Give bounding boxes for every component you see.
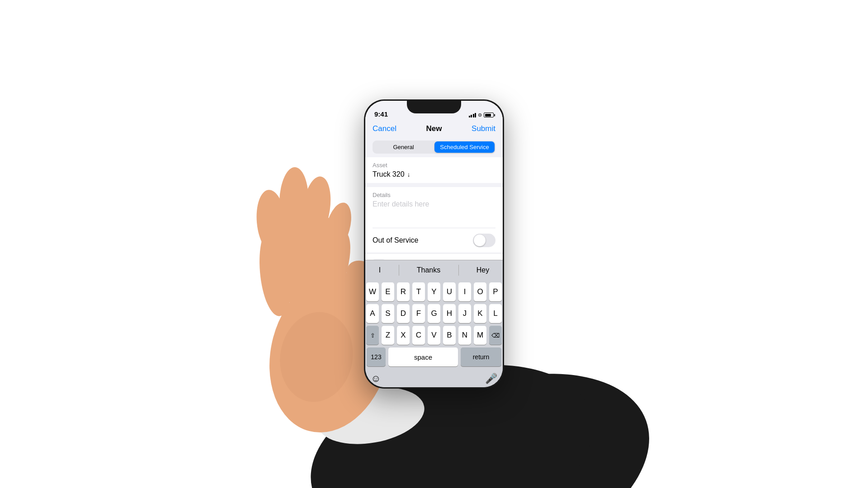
nav-title: New bbox=[426, 124, 442, 133]
nav-bar: Cancel New Submit bbox=[365, 121, 503, 138]
key-i[interactable]: I bbox=[458, 282, 471, 301]
key-t[interactable]: T bbox=[412, 282, 425, 301]
out-of-service-label: Out of Service bbox=[373, 236, 418, 244]
return-key[interactable]: return bbox=[461, 347, 501, 366]
key-z[interactable]: Z bbox=[382, 326, 394, 345]
shift-key[interactable]: ⇧ bbox=[366, 326, 379, 345]
details-field[interactable]: Details Enter details here bbox=[365, 187, 503, 228]
asset-label: Asset bbox=[373, 162, 495, 169]
asset-field[interactable]: Asset Truck 320 ↓ bbox=[365, 157, 503, 183]
asset-value: Truck 320 ↓ bbox=[373, 170, 495, 178]
details-placeholder: Enter details here bbox=[373, 200, 495, 208]
dropdown-arrow-icon: ↓ bbox=[407, 171, 410, 178]
predictive-word-1[interactable]: I bbox=[370, 266, 390, 274]
tab-general[interactable]: General bbox=[373, 141, 434, 153]
key-w[interactable]: W bbox=[366, 282, 379, 301]
key-y[interactable]: Y bbox=[428, 282, 440, 301]
section-divider-1 bbox=[365, 183, 503, 187]
key-g[interactable]: G bbox=[428, 304, 440, 323]
predictive-word-2[interactable]: Thanks bbox=[408, 266, 449, 274]
keyboard-row-1: W E R T Y U I O P bbox=[367, 282, 501, 301]
key-b[interactable]: B bbox=[443, 326, 456, 345]
key-s[interactable]: S bbox=[382, 304, 394, 323]
emoji-button[interactable]: ☺ bbox=[371, 373, 381, 385]
key-x[interactable]: X bbox=[397, 326, 410, 345]
key-v[interactable]: V bbox=[428, 326, 440, 345]
keyboard-row-3: ⇧ Z X C V B N M ⌫ bbox=[367, 326, 501, 345]
wifi-icon: ⊜ bbox=[478, 112, 482, 118]
microphone-button[interactable]: 🎤 bbox=[485, 373, 497, 385]
submit-button[interactable]: Submit bbox=[472, 124, 495, 133]
details-label: Details bbox=[373, 192, 495, 198]
details-section: Details Enter details here Out of Servic… bbox=[365, 187, 503, 253]
backspace-key[interactable]: ⌫ bbox=[489, 326, 502, 345]
key-n[interactable]: N bbox=[458, 326, 471, 345]
numbers-key[interactable]: 123 bbox=[367, 347, 386, 366]
predictive-divider-1 bbox=[399, 265, 399, 276]
key-f[interactable]: F bbox=[412, 304, 425, 323]
key-k[interactable]: K bbox=[474, 304, 486, 323]
out-of-service-row: Out of Service bbox=[365, 228, 503, 253]
status-icons: ⊜ bbox=[469, 112, 494, 118]
key-d[interactable]: D bbox=[397, 304, 410, 323]
battery-icon bbox=[484, 113, 494, 117]
asset-section: Asset Truck 320 ↓ bbox=[365, 157, 503, 183]
segment-container: General Scheduled Service bbox=[365, 138, 503, 157]
space-key[interactable]: space bbox=[388, 347, 458, 366]
predictive-word-3[interactable]: Hey bbox=[467, 266, 498, 274]
key-p[interactable]: P bbox=[489, 282, 502, 301]
keyboard-row-4: 123 space return bbox=[367, 347, 501, 366]
out-of-service-toggle[interactable] bbox=[473, 234, 495, 247]
key-a[interactable]: A bbox=[366, 304, 379, 323]
key-m[interactable]: M bbox=[474, 326, 486, 345]
predictive-bar: I Thanks Hey bbox=[365, 260, 503, 280]
form-content: Asset Truck 320 ↓ Details Enter details … bbox=[365, 157, 503, 260]
key-e[interactable]: E bbox=[382, 282, 394, 301]
key-h[interactable]: H bbox=[443, 304, 456, 323]
phone-notch bbox=[407, 101, 461, 113]
toggle-knob bbox=[474, 235, 486, 246]
key-c[interactable]: C bbox=[412, 326, 425, 345]
key-j[interactable]: J bbox=[458, 304, 471, 323]
key-l[interactable]: L bbox=[489, 304, 502, 323]
tab-scheduled-service[interactable]: Scheduled Service bbox=[434, 141, 495, 153]
keyboard-bottom-bar: ☺ 🎤 bbox=[365, 371, 503, 387]
phone-frame: 9:41 ⊜ Cancel New bbox=[364, 99, 504, 389]
add-photo-row[interactable]: 📷 Add Photo bbox=[365, 253, 503, 260]
status-time: 9:41 bbox=[374, 110, 388, 118]
key-u[interactable]: U bbox=[443, 282, 456, 301]
predictive-divider-2 bbox=[458, 265, 459, 276]
key-o[interactable]: O bbox=[474, 282, 486, 301]
keyboard: W E R T Y U I O P A S D F G H bbox=[365, 280, 503, 371]
keyboard-row-2: A S D F G H J K L bbox=[367, 304, 501, 323]
cancel-button[interactable]: Cancel bbox=[373, 124, 396, 133]
key-r[interactable]: R bbox=[397, 282, 410, 301]
signal-icon bbox=[469, 113, 476, 117]
segment-control: General Scheduled Service bbox=[373, 141, 495, 154]
